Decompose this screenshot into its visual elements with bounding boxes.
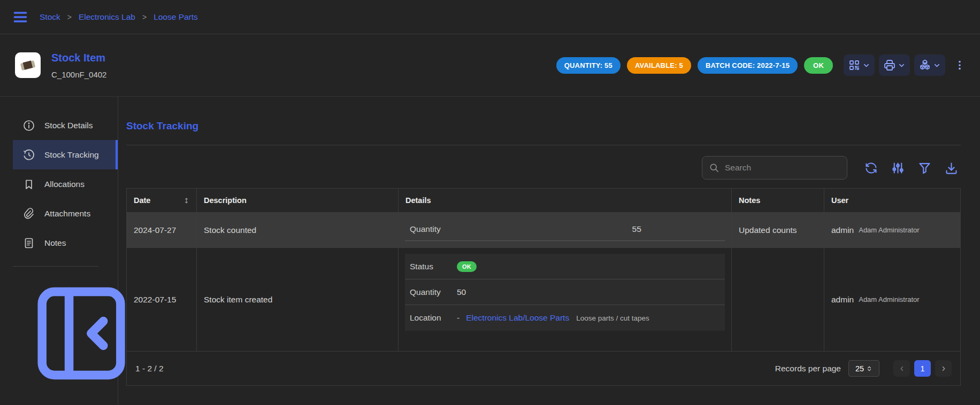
- table-toolbar: [126, 145, 961, 188]
- history-icon: [22, 149, 35, 161]
- column-header-date[interactable]: Date: [127, 189, 197, 212]
- stock-actions-button[interactable]: [914, 54, 945, 76]
- user-fullname: Adam Administrator: [859, 226, 919, 234]
- chevron-left-icon: [898, 365, 906, 372]
- table-row[interactable]: 2024-07-27 Stock counted Quantity 55 Upd…: [127, 212, 960, 247]
- search-icon: [709, 162, 719, 173]
- sidebar-item-label: Stock Details: [44, 121, 93, 130]
- column-header-details: Details: [399, 189, 732, 212]
- sidebar-item-stock-details[interactable]: Stock Details: [13, 111, 118, 140]
- row-notes: [732, 248, 824, 351]
- print-actions-button[interactable]: [879, 54, 910, 76]
- detail-quantity-row: Quantity 55: [405, 218, 725, 241]
- user-fullname: Adam Administrator: [859, 295, 919, 303]
- sidebar: Stock Details Stock Tracking Allocations…: [0, 97, 118, 404]
- table-footer: 1 - 2 / 2 Records per page 25 1: [127, 351, 960, 385]
- sidebar-item-label: Stock Tracking: [44, 150, 99, 160]
- records-per-page-label: Records per page: [775, 364, 841, 373]
- row-user: admin Adam Administrator: [824, 213, 960, 247]
- record-range: 1 - 2 / 2: [135, 364, 164, 373]
- quantity-badge: QUANTITY: 55: [556, 57, 621, 74]
- detail-quantity-row: Quantity 50: [405, 279, 725, 305]
- details-panel: Status OK Quantity 50 Location - Electro…: [405, 254, 725, 331]
- breadcrumb-loose-parts[interactable]: Loose Parts: [154, 12, 198, 22]
- search-input[interactable]: [725, 163, 840, 173]
- breadcrumb-separator: >: [67, 13, 72, 21]
- previous-page-button[interactable]: [893, 360, 910, 377]
- breadcrumb-stock[interactable]: Stock: [40, 12, 60, 22]
- header-action-buttons: [844, 54, 945, 76]
- records-per-page-select[interactable]: 25: [848, 360, 879, 377]
- chevron-down-icon: [898, 61, 906, 69]
- stock-actions-cubes-icon: [918, 59, 931, 72]
- capacitor-image: [20, 60, 36, 71]
- row-user: admin Adam Administrator: [824, 248, 960, 351]
- adjustments-icon[interactable]: [891, 161, 905, 175]
- sidebar-item-label: Notes: [44, 238, 66, 248]
- status-ok-mini-badge: OK: [457, 261, 477, 272]
- available-badge: AVAILABLE: 5: [627, 57, 691, 74]
- paperclip-icon: [22, 207, 35, 220]
- sidebar-item-notes[interactable]: Notes: [13, 228, 118, 258]
- download-icon[interactable]: [944, 161, 959, 175]
- search-box[interactable]: [702, 156, 847, 180]
- breadcrumb-electronics-lab[interactable]: Electronics Lab: [79, 12, 135, 22]
- refresh-icon[interactable]: [864, 161, 878, 175]
- sidebar-item-label: Attachments: [44, 209, 90, 219]
- detail-location-row: Location - Electronics Lab/Loose Parts L…: [405, 305, 725, 331]
- select-chevrons-icon: [866, 365, 872, 372]
- location-prefix: -: [457, 313, 460, 323]
- page-title: Stock Item: [51, 52, 106, 64]
- detail-quantity-value: 50: [457, 287, 466, 297]
- table-row[interactable]: 2022-07-15 Stock item created Status OK …: [127, 247, 960, 351]
- row-description: Stock counted: [197, 213, 399, 247]
- page-1-button[interactable]: 1: [914, 360, 931, 377]
- more-options-kebab-icon[interactable]: [953, 56, 966, 74]
- info-icon: [22, 119, 35, 132]
- stock-tracking-table: Date Description Details Notes User 2024…: [126, 188, 961, 386]
- bookmark-icon: [22, 178, 35, 191]
- top-bar: Stock > Electronics Lab > Loose Parts: [0, 0, 980, 34]
- notes-icon: [22, 237, 35, 250]
- column-header-notes: Notes: [732, 189, 824, 212]
- breadcrumb-separator: >: [142, 13, 147, 21]
- sidebar-item-attachments[interactable]: Attachments: [13, 199, 118, 228]
- filter-icon[interactable]: [917, 161, 932, 175]
- sidebar-item-label: Allocations: [44, 180, 85, 189]
- sort-icon: [182, 197, 190, 205]
- detail-status-row: Status OK: [405, 254, 725, 279]
- row-notes: Updated counts: [732, 213, 824, 247]
- printer-icon: [883, 59, 896, 72]
- table-header-row: Date Description Details Notes User: [127, 189, 960, 212]
- status-badges: QUANTITY: 55 AVAILABLE: 5 BATCH CODE: 20…: [556, 57, 833, 74]
- sidebar-item-allocations[interactable]: Allocations: [13, 169, 118, 199]
- sidebar-divider: [13, 266, 98, 267]
- detail-quantity-value: 55: [632, 224, 641, 234]
- barcode-actions-button[interactable]: [844, 54, 875, 76]
- section-title: Stock Tracking: [126, 120, 961, 132]
- row-date: 2022-07-15: [127, 248, 197, 351]
- batch-code-badge: BATCH CODE: 2022-7-15: [698, 57, 798, 74]
- page-header: Stock Item C_100nF_0402 QUANTITY: 55 AVA…: [0, 34, 980, 97]
- row-date: 2024-07-27: [127, 213, 197, 247]
- location-description: Loose parts / cut tapes: [576, 314, 649, 322]
- stock-item-name: C_100nF_0402: [51, 70, 106, 79]
- row-details: Status OK Quantity 50 Location - Electro…: [399, 248, 732, 351]
- chevron-down-icon: [862, 61, 870, 69]
- chevron-right-icon: [940, 365, 947, 372]
- breadcrumb: Stock > Electronics Lab > Loose Parts: [40, 12, 198, 22]
- username: admin: [831, 225, 854, 235]
- hamburger-menu-icon[interactable]: [12, 9, 29, 26]
- stock-item-thumbnail[interactable]: [15, 52, 41, 78]
- row-details: Quantity 55: [399, 213, 732, 247]
- next-page-button[interactable]: [935, 360, 952, 377]
- location-link[interactable]: Electronics Lab/Loose Parts: [466, 313, 569, 323]
- column-header-user: User: [824, 189, 960, 212]
- row-description: Stock item created: [197, 248, 399, 351]
- qr-code-icon: [848, 59, 861, 72]
- username: admin: [831, 295, 854, 305]
- column-header-description: Description: [197, 189, 399, 212]
- sidebar-item-stock-tracking[interactable]: Stock Tracking: [13, 140, 118, 169]
- status-ok-badge: OK: [804, 57, 833, 74]
- chevron-down-icon: [933, 61, 941, 69]
